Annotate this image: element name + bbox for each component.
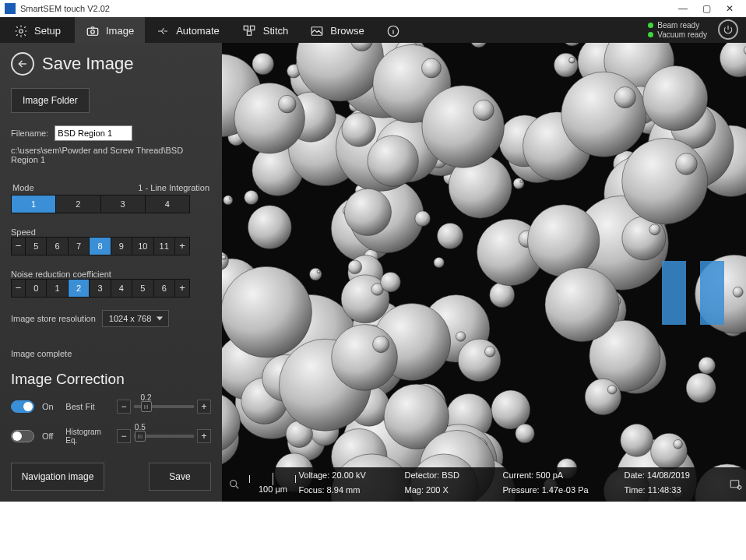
svg-point-25 [621,424,653,456]
maximize-button[interactable]: ▢ [695,3,718,14]
svg-point-128 [368,136,418,186]
seg-increment[interactable]: + [175,280,189,297]
svg-point-92 [222,266,311,357]
seg-option[interactable]: 11 [154,238,175,255]
svg-point-46 [309,268,322,280]
svg-point-132 [229,197,231,199]
svg-rect-4 [250,26,254,30]
seg-option[interactable]: 5 [132,280,153,297]
svg-point-40 [491,390,530,429]
tab-automate-label: Automate [176,25,220,37]
svg-point-50 [456,332,465,341]
svg-point-67 [686,373,716,403]
seg-option[interactable]: 7 [69,238,90,255]
svg-point-176 [676,153,698,175]
svg-point-156 [278,95,296,113]
seg-increment[interactable]: + [175,238,189,255]
histeq-slider[interactable]: 0.5 III [134,435,194,438]
close-button[interactable]: ✕ [718,3,741,14]
tab-automate[interactable]: Automate [145,17,230,43]
seg-option[interactable]: 8 [90,238,111,255]
mag-readout: Mag: 200 X [405,485,498,498]
svg-point-183 [473,100,494,120]
scale-label: 100 µm [259,484,287,494]
bestfit-toggle[interactable] [11,400,34,413]
seg-option[interactable]: 5 [26,238,47,255]
tab-stitch[interactable]: Stitch [230,17,300,43]
save-button[interactable]: Save [149,463,211,491]
seg-option[interactable]: 4 [146,195,189,213]
svg-point-53 [516,424,534,442]
navigation-image-button[interactable]: Navigation image [11,463,104,491]
svg-point-174 [434,257,444,267]
histeq-label: Histogram Eq. [65,428,109,445]
time-readout: Time: 11:48:33 [625,485,726,498]
noise-label: Noise reduction coefficient [11,269,211,279]
seg-decrement[interactable]: − [12,280,26,297]
svg-point-182 [422,86,505,168]
svg-point-24 [569,58,575,64]
seg-option[interactable]: 2 [56,195,100,213]
seg-option[interactable]: 10 [132,238,153,255]
svg-point-131 [223,195,233,205]
resolution-select[interactable]: 1024 x 768 [102,310,169,327]
svg-rect-1 [87,28,98,35]
bestfit-slider-group: − 0.2 III + [117,400,211,414]
image-viewer[interactable]: 100 µm Voltage: 20.00 kV Detector: BSD C… [222,43,746,502]
svg-point-152 [607,385,617,394]
seg-decrement[interactable]: − [12,238,26,255]
mode-value: 1 - Line Integration [138,183,209,192]
bestfit-slider[interactable]: 0.2 III [134,405,194,408]
svg-point-175 [622,139,708,224]
svg-point-2 [91,30,95,33]
seg-option[interactable]: 4 [111,280,132,297]
histeq-thumb[interactable]: III [135,431,146,442]
svg-point-149 [513,178,524,189]
info-icon [386,24,400,38]
seg-option[interactable]: 6 [154,280,175,297]
tab-image[interactable]: Image [75,17,145,43]
histeq-increment[interactable]: + [197,429,211,443]
minimize-button[interactable]: — [671,3,695,14]
tab-setup[interactable]: Setup [0,17,75,43]
svg-point-165 [332,325,398,391]
resolution-value: 1024 x 768 [109,314,151,323]
svg-point-166 [373,336,389,352]
svg-point-173 [245,191,259,205]
svg-point-102 [458,339,501,382]
seg-option[interactable]: 6 [47,238,68,255]
bestfit-thumb[interactable]: III [141,401,152,412]
footer-settings-button[interactable] [726,467,746,502]
seg-option[interactable]: 1 [47,280,68,297]
pause-overlay-icon[interactable] [662,261,724,325]
image-folder-button[interactable]: Image Folder [11,88,90,113]
app-logo [5,3,16,14]
seg-option[interactable]: 3 [101,195,146,213]
info-button[interactable] [375,17,411,43]
seg-option[interactable]: 1 [12,195,56,213]
seg-option[interactable]: 9 [111,238,132,255]
back-button[interactable] [11,52,34,76]
filename-input[interactable] [55,125,132,141]
window-title: SmartSEM touch V2.02 [20,4,671,13]
histeq-toggle[interactable] [11,430,34,442]
mode-label: Mode [12,183,34,192]
power-button[interactable] [718,19,738,40]
svg-point-154 [733,287,743,297]
panel-title: Save Image [42,54,133,74]
bestfit-increment[interactable]: + [197,400,211,414]
tab-browse[interactable]: Browse [299,17,375,43]
seg-option[interactable]: 0 [26,280,47,297]
histeq-decrement[interactable]: − [117,429,131,443]
svg-point-0 [19,29,23,33]
svg-point-120 [342,113,375,146]
tab-image-label: Image [106,25,134,37]
side-panel: Save Image Image Folder Filename: c:\use… [0,43,222,502]
detector-readout: Detector: BSD [405,470,498,484]
bestfit-decrement[interactable]: − [117,400,131,414]
scale-bar: 100 µm [247,467,298,502]
seg-option[interactable]: 2 [69,280,90,297]
current-readout: Current: 500 pA [503,470,620,484]
zoom-button[interactable] [222,467,247,502]
seg-option[interactable]: 3 [90,280,111,297]
